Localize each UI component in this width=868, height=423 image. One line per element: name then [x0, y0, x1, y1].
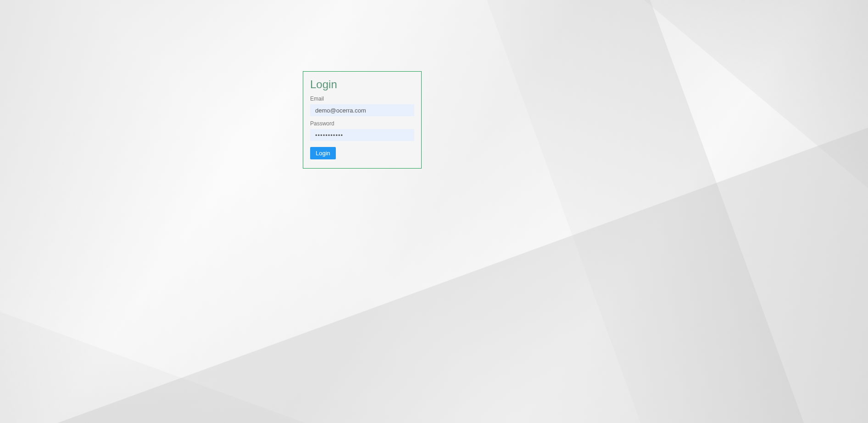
password-label: Password	[310, 120, 414, 127]
page-background	[0, 0, 868, 423]
login-button[interactable]: Login	[310, 147, 336, 159]
password-field[interactable]	[310, 129, 414, 141]
login-card: Login Email Password Login	[303, 71, 422, 169]
email-field[interactable]	[310, 104, 414, 116]
login-title: Login	[310, 78, 414, 91]
email-label: Email	[310, 96, 414, 102]
